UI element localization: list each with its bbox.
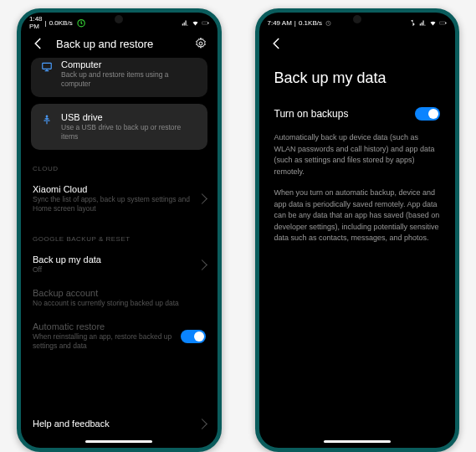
- svg-rect-2: [207, 22, 208, 23]
- ba-sub: No account is currently storing backed u…: [33, 299, 206, 308]
- ar-title: Automatic restore: [33, 321, 174, 331]
- back-icon[interactable]: [269, 36, 284, 51]
- notch: [115, 15, 123, 23]
- phone-left: 1:48 PM | 0.0KB/s Back up and restore Co…: [17, 8, 222, 452]
- wifi-icon: [429, 19, 437, 27]
- help-feedback-row[interactable]: Help and feedback: [21, 410, 218, 437]
- xiaomi-title: Xiaomi Cloud: [33, 184, 192, 194]
- computer-title: Computer: [61, 59, 197, 69]
- computer-icon: [41, 61, 53, 73]
- svg-rect-6: [439, 22, 445, 24]
- auto-restore-toggle[interactable]: [181, 330, 206, 343]
- header: [259, 29, 456, 58]
- status-net: 0.0KB/s: [49, 19, 73, 27]
- usb-card[interactable]: USB drive Use a USB drive to back up or …: [31, 104, 207, 150]
- usb-sub: Use a USB drive to back up or restore it…: [61, 123, 197, 141]
- wifi-icon: [192, 19, 199, 27]
- chevron-icon: [197, 419, 207, 429]
- gear-icon[interactable]: [194, 37, 207, 50]
- battery-icon: [202, 19, 209, 27]
- backups-toggle[interactable]: [415, 107, 440, 121]
- alarm-icon: [325, 19, 332, 27]
- turn-on-label: Turn on backups: [274, 108, 349, 120]
- home-indicator[interactable]: [85, 440, 152, 443]
- home-indicator[interactable]: [324, 440, 391, 443]
- page-title: Back up and restore: [56, 38, 184, 50]
- usb-title: USB drive: [61, 112, 197, 122]
- svg-rect-4: [43, 63, 52, 69]
- header: Back up and restore: [21, 29, 218, 58]
- status-time: 7:49 AM: [268, 19, 292, 27]
- status-time: 1:48 PM: [29, 15, 43, 30]
- notch: [353, 15, 361, 23]
- bmd-title: Back up my data: [33, 254, 192, 265]
- backup-my-data-row[interactable]: Back up my data Off: [31, 248, 207, 281]
- cloud-label: CLOUD: [33, 165, 206, 172]
- description-2: When you turn on automatic backup, devic…: [259, 186, 456, 253]
- back-icon[interactable]: [31, 36, 46, 51]
- turn-on-backups-row[interactable]: Turn on backups: [259, 104, 456, 131]
- svg-rect-1: [202, 22, 207, 24]
- computer-card[interactable]: Computer Back up and restore items using…: [31, 58, 207, 97]
- bluetooth-icon: [409, 19, 417, 27]
- svg-point-3: [199, 42, 202, 45]
- xiaomi-cloud-row[interactable]: Xiaomi Cloud Sync the list of apps, back…: [31, 177, 207, 220]
- auto-restore-row[interactable]: Automatic restore When reinstalling an a…: [31, 315, 207, 357]
- battery-icon: [439, 19, 447, 27]
- backup-account-row[interactable]: Backup account No account is currently s…: [31, 281, 207, 315]
- usb-icon: [41, 114, 53, 126]
- help-title: Help and feedback: [33, 419, 192, 429]
- chevron-icon: [197, 259, 207, 270]
- phone-right: 7:49 AM | 0.1KB/s Back up my data Turn o…: [255, 8, 460, 452]
- ar-sub: When reinstalling an app, restore backed…: [33, 332, 174, 351]
- status-net: 0.1KB/s: [299, 19, 322, 27]
- xiaomi-sub: Sync the list of apps, back up system se…: [33, 195, 192, 213]
- svg-rect-7: [446, 22, 447, 23]
- signal-icon: [182, 19, 189, 27]
- content-scroll[interactable]: Computer Back up and restore items using…: [21, 58, 218, 410]
- google-label: GOOGLE BACKUP & RESET: [33, 235, 206, 243]
- signal-icon: [419, 19, 427, 27]
- chevron-icon: [197, 193, 207, 204]
- bmd-sub: Off: [33, 265, 192, 275]
- description-1: Automatically back up device data (such …: [259, 131, 456, 186]
- ba-title: Backup account: [33, 288, 206, 298]
- page-title: Back up my data: [259, 58, 456, 104]
- alarm-icon: [75, 17, 87, 28]
- computer-sub: Back up and restore items using a comput…: [61, 70, 197, 89]
